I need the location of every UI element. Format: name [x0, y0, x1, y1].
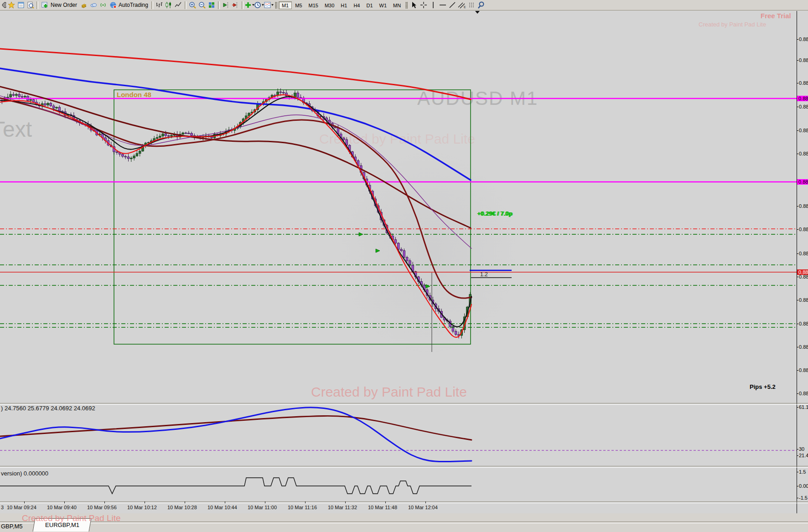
price-tick-label: 0.88: [799, 36, 808, 42]
magnifier-icon[interactable]: [476, 0, 486, 10]
timeframe-button-M5[interactable]: M5: [292, 1, 305, 9]
toolbar-separator: [185, 1, 186, 9]
equidistant-channel-icon[interactable]: E: [457, 0, 466, 10]
line-chart-icon[interactable]: [174, 0, 183, 10]
candlestick-chart-icon[interactable]: [164, 0, 174, 10]
toolbar-drag-handle[interactable]: [405, 2, 408, 9]
vertical-line-icon[interactable]: [428, 0, 438, 10]
autotrading-button[interactable]: AutoTrading: [108, 0, 150, 10]
toolbar-separator: [151, 1, 153, 9]
tab-bar-line: [0, 522, 808, 523]
price-tick-label: 0.88: [799, 151, 808, 156]
chart-tab-GBP-M5[interactable]: GBP,M5: [1, 523, 22, 530]
trendline-icon[interactable]: [447, 0, 457, 10]
signals-icon[interactable]: [98, 0, 108, 10]
price-tick-label: 0.88: [799, 251, 808, 256]
time-axis-label: 10 Mar 10:12: [127, 505, 157, 510]
timeframe-button-M30[interactable]: M30: [321, 1, 337, 9]
indicator-axis-label: 21.4: [799, 453, 808, 458]
chart-shift-icon[interactable]: [231, 0, 240, 10]
indicator-tick-mark: [797, 455, 798, 456]
print-preview-icon[interactable]: [26, 0, 35, 10]
panel-divider[interactable]: [0, 466, 808, 468]
indicators-icon[interactable]: [245, 0, 254, 10]
price-tick-label: 0.88: [799, 203, 808, 209]
price-tick-mark: [797, 229, 798, 230]
price-tick-mark: [797, 347, 798, 347]
timeframe-button-H1[interactable]: H1: [337, 1, 350, 9]
price-tick-mark: [797, 154, 798, 154]
bar-chart-icon[interactable]: [155, 0, 164, 10]
toolbar-drag-handle[interactable]: [275, 2, 277, 9]
templates-icon[interactable]: [264, 0, 274, 10]
horizontal-line-icon[interactable]: [438, 0, 447, 10]
price-tick-label: 0.88: [799, 57, 808, 63]
indicator-axis-label: 0.00: [799, 483, 808, 489]
trade-level-label: 1.2: [480, 271, 488, 278]
zoom-out-icon[interactable]: [197, 0, 207, 10]
faint-image-watermark: [337, 148, 520, 357]
time-tick-mark: [305, 501, 306, 503]
panel-divider[interactable]: [0, 403, 808, 405]
periods-icon[interactable]: [254, 0, 264, 10]
time-axis-label: 10 Mar 11:32: [328, 505, 357, 510]
svg-text:E: E: [464, 5, 466, 9]
time-tick-mark: [64, 501, 65, 503]
time-axis-label: 10 Mar 10:44: [207, 505, 237, 510]
favorites-star-icon[interactable]: [6, 0, 16, 10]
timeframe-button-W1[interactable]: W1: [376, 1, 390, 9]
price-tick-mark: [797, 393, 798, 394]
price-tick-label: 0.88: [799, 80, 808, 86]
more-tools-icon[interactable]: [466, 0, 476, 10]
price-level-label-mag: 0.88: [797, 179, 808, 185]
time-axis-label: 10 Mar 11:16: [288, 505, 317, 510]
autotrading-label: AutoTrading: [119, 2, 148, 8]
chart-tab-label: EURGBP,M1: [35, 519, 90, 528]
time-tick-mark: [425, 501, 426, 503]
chart-tab-bar: GBP,M5EURGBP,M1: [0, 513, 808, 532]
price-tick-mark: [797, 83, 798, 83]
panel-divider[interactable]: [0, 501, 808, 503]
time-tick-mark: [385, 501, 386, 503]
notepad-icon[interactable]: [16, 0, 26, 10]
zoom-in-icon[interactable]: [188, 0, 197, 10]
new-order-button[interactable]: New Order: [40, 0, 79, 10]
price-tick-label: 0.88: [799, 104, 808, 109]
chart-dropdown-arrow-icon[interactable]: [475, 11, 480, 14]
timeframe-button-H4[interactable]: H4: [350, 1, 363, 9]
toolbar-separator: [242, 1, 243, 9]
price-tick-mark: [797, 206, 798, 207]
time-axis-label: 10 Mar 09:56: [87, 505, 117, 510]
timeframe-button-M15[interactable]: M15: [306, 1, 321, 9]
tile-windows-icon[interactable]: [207, 0, 217, 10]
crosshair-icon[interactable]: [419, 0, 428, 10]
timeframe-button-MN[interactable]: MN: [390, 1, 404, 9]
indicator-axis-label: 1.5: [799, 469, 806, 475]
price-tick-label: 0.88: [799, 128, 808, 133]
cursor-icon[interactable]: [409, 0, 419, 10]
timeframe-button-D1[interactable]: D1: [363, 1, 376, 9]
time-tick-mark: [345, 501, 346, 503]
price-tick-mark: [797, 370, 798, 371]
indicator-tick-mark: [797, 472, 798, 472]
virtual-hosting-icon[interactable]: [88, 0, 98, 10]
chart-tab-EURGBP-M1[interactable]: EURGBP,M1: [32, 518, 91, 532]
toolbar: New Order AutoTrading M1M5M15M30H1H4D1W1…: [0, 0, 808, 10]
price-tick-label: 0.88: [799, 344, 808, 350]
price-tick-label: 0.88: [799, 321, 808, 326]
indicator-tick-mark: [797, 407, 798, 408]
toolbar-separator: [36, 1, 38, 9]
auto-scroll-icon[interactable]: [221, 0, 231, 10]
time-tick-mark: [104, 501, 105, 503]
time-axis-label: 10 Mar 09:24: [7, 505, 36, 510]
market-depth-icon[interactable]: [79, 0, 88, 10]
price-tick-mark: [797, 60, 798, 61]
price-tick-label: 0.88: [799, 367, 808, 373]
chart-window-icon[interactable]: [0, 0, 6, 10]
chart-area[interactable]: [0, 11, 797, 513]
time-axis-label: 10 Mar 11:48: [368, 505, 397, 510]
price-tick-label: 0.88: [799, 297, 808, 303]
price-tick-mark: [797, 253, 798, 254]
price-tick-label: 0.88: [799, 391, 808, 396]
timeframe-button-M1[interactable]: M1: [279, 1, 292, 9]
